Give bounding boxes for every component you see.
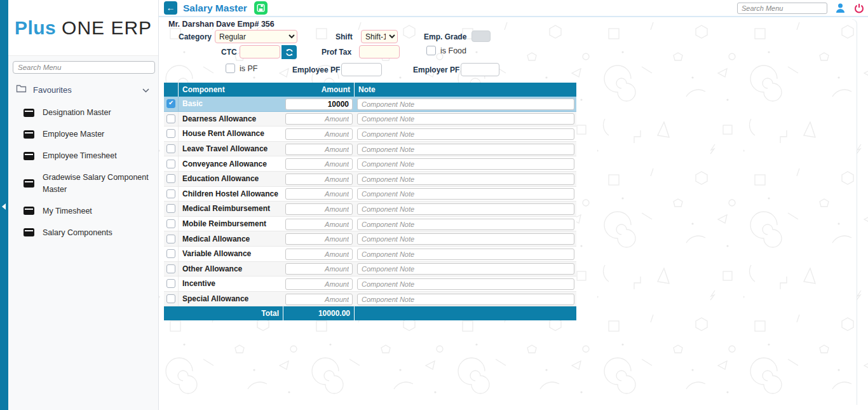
amount-input[interactable] <box>285 128 353 140</box>
amount-input[interactable] <box>285 219 353 230</box>
category-select[interactable]: Regular <box>215 30 297 43</box>
employee-pf-input[interactable] <box>341 63 382 76</box>
amount-cell <box>283 113 355 125</box>
collapse-left-icon[interactable] <box>2 203 6 210</box>
row-checkbox-cell <box>164 156 179 171</box>
row-checkbox[interactable] <box>166 219 175 228</box>
employee-name: Mr. Darshan Dave Emp# 356 <box>168 20 275 29</box>
row-checkbox[interactable] <box>166 279 175 288</box>
amount-input[interactable] <box>285 99 353 110</box>
row-checkbox[interactable] <box>166 264 175 273</box>
menu-card-icon <box>24 207 34 215</box>
topbar-search-input[interactable] <box>737 3 827 14</box>
is-pf-checkbox[interactable] <box>226 64 235 73</box>
row-checkbox[interactable] <box>166 174 175 183</box>
table-row: Incentive <box>164 277 576 292</box>
note-input[interactable] <box>357 174 574 185</box>
note-input[interactable] <box>357 263 574 275</box>
amount-input[interactable] <box>285 144 353 155</box>
sidebar-item-employee-master[interactable]: Employee Master <box>8 123 158 145</box>
sidebar-collapse-rail[interactable] <box>0 0 8 410</box>
save-button[interactable] <box>254 1 268 15</box>
note-cell <box>355 218 576 230</box>
menu-card-icon <box>24 109 34 117</box>
sidebar-item-my-timesheet[interactable]: My Timesheet <box>8 200 158 222</box>
ctc-input[interactable] <box>240 45 280 58</box>
amount-input[interactable] <box>285 188 353 200</box>
amount-input[interactable] <box>285 278 353 290</box>
row-checkbox[interactable] <box>166 99 175 108</box>
row-checkbox-cell <box>164 262 179 277</box>
shift-label: Shift <box>336 31 353 43</box>
note-input[interactable] <box>357 158 574 170</box>
header-amount: Amount <box>283 83 355 97</box>
component-label: Special Allowance <box>179 294 283 303</box>
amount-input[interactable] <box>285 174 353 185</box>
note-input[interactable] <box>357 188 574 200</box>
row-checkbox[interactable] <box>166 129 175 138</box>
shift-select[interactable]: Shift-1 <box>361 30 398 43</box>
note-cell <box>355 128 576 140</box>
row-checkbox[interactable] <box>166 144 175 153</box>
is-pf-label: is PF <box>240 64 257 74</box>
note-input[interactable] <box>357 203 574 215</box>
row-checkbox[interactable] <box>166 114 175 123</box>
user-profile-button[interactable] <box>835 3 846 13</box>
table-row: Other Allowance <box>164 262 576 277</box>
power-icon <box>854 3 864 13</box>
note-input[interactable] <box>357 233 574 245</box>
chevron-down-icon[interactable] <box>142 84 149 95</box>
header-checkbox-cell <box>164 83 179 97</box>
row-checkbox[interactable] <box>166 235 175 243</box>
row-checkbox[interactable] <box>166 249 175 258</box>
note-input[interactable] <box>357 278 574 290</box>
row-checkbox[interactable] <box>166 204 175 213</box>
amount-input[interactable] <box>285 233 353 245</box>
ctc-refresh-button[interactable] <box>281 45 297 59</box>
row-checkbox[interactable] <box>166 160 175 168</box>
note-input[interactable] <box>357 219 574 230</box>
employer-pf-input[interactable] <box>461 63 499 76</box>
page-title: Salary Master <box>183 3 247 14</box>
logout-power-button[interactable] <box>854 3 864 13</box>
component-label: House Rent Allowance <box>179 129 283 138</box>
amount-cell <box>283 173 355 185</box>
amount-input[interactable] <box>285 263 353 275</box>
note-cell <box>355 158 576 170</box>
note-cell <box>355 233 576 245</box>
row-checkbox[interactable] <box>166 294 175 303</box>
is-food-checkbox[interactable] <box>426 46 436 55</box>
row-checkbox-cell <box>164 277 179 291</box>
note-input[interactable] <box>357 99 574 110</box>
note-input[interactable] <box>357 249 574 260</box>
category-label: Category <box>179 31 212 43</box>
note-input[interactable] <box>357 294 574 305</box>
amount-input[interactable] <box>285 203 353 215</box>
amount-input[interactable] <box>285 249 353 260</box>
sidebar-item-label: Designation Master <box>43 107 111 118</box>
sidebar-item-designation-master[interactable]: Designation Master <box>8 102 158 123</box>
note-input[interactable] <box>357 144 574 155</box>
sidebar-favourites[interactable]: Favourites <box>8 81 158 102</box>
amount-input[interactable] <box>285 294 353 305</box>
row-checkbox[interactable] <box>166 189 175 198</box>
component-label: Leave Travel Allowance <box>179 144 283 153</box>
logo-area: Plus ONE ERP <box>8 0 158 56</box>
amount-input[interactable] <box>285 158 353 170</box>
note-input[interactable] <box>357 113 574 125</box>
sidebar-item-employee-timesheet[interactable]: Employee Timesheet <box>8 145 158 167</box>
header-component: Component <box>179 85 283 94</box>
amount-input[interactable] <box>285 113 353 125</box>
brand-logo-bold: Plus <box>15 17 56 38</box>
prof-tax-input[interactable] <box>359 45 400 58</box>
back-button[interactable]: ← <box>164 1 177 15</box>
sidebar-favourites-label: Favourites <box>33 85 142 95</box>
sidebar-item-salary-components[interactable]: Salary Components <box>8 222 158 243</box>
sidebar-search-input[interactable] <box>13 61 155 74</box>
sidebar-item-gradewise-salary-component-master[interactable]: Gradewise Salary Component Master <box>8 167 158 200</box>
refresh-icon <box>285 48 294 57</box>
total-amount: 10000.00 <box>283 306 355 320</box>
table-row: Leave Travel Allowance <box>164 142 576 157</box>
table-body: Basic Dearness Allowance House Rent Allo… <box>164 97 576 306</box>
note-input[interactable] <box>357 128 574 140</box>
